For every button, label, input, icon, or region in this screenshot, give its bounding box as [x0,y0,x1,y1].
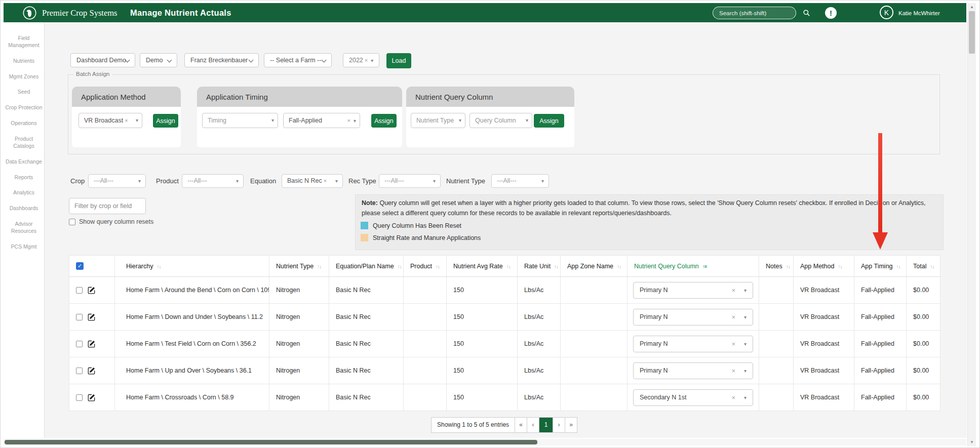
sort-icon[interactable]: ↑↓ [157,264,161,269]
rec-type-filter-select[interactable]: ---All---▾ [379,174,441,188]
field-filter-input[interactable] [69,198,146,214]
assign-timing-button[interactable]: Assign [371,114,397,128]
sidebar-item-data-exchange[interactable]: Data Exchange [4,158,44,166]
select-all-checkbox[interactable]: ✓ [76,262,84,270]
horizontal-scroll-thumb[interactable] [5,440,537,444]
sidebar-item-dashboards[interactable]: Dashboards [4,205,44,212]
farm-select[interactable]: -- Select a Farm -- [264,53,332,67]
nutrient-query-column-select[interactable]: Primary N×▾ [633,282,753,299]
clear-icon[interactable]: × [731,336,735,352]
global-search-input[interactable] [713,7,796,19]
alert-icon[interactable]: ! [825,7,837,19]
row-checkbox[interactable] [76,341,83,347]
column-header-app-zone-name[interactable]: App Zone Name↑↓ [561,256,628,277]
user-avatar[interactable]: K [880,6,893,19]
vertical-scroll-thumb[interactable] [969,11,975,54]
org-select[interactable]: Demo [140,53,177,67]
user-name[interactable]: Katie McWhirter [898,10,940,16]
sidebar-item-nutrients[interactable]: Nutrients [4,58,44,65]
clear-icon[interactable]: × [347,117,350,124]
row-checkbox[interactable] [76,314,83,320]
column-header-app-method[interactable]: App Method↑↓ [794,256,854,277]
sidebar-item-mgmt-zones[interactable]: Mgmt Zones [4,73,44,80]
edit-row-icon[interactable] [88,366,96,375]
clear-icon[interactable]: × [731,390,735,405]
pagination-next-button[interactable]: › [553,417,565,433]
year-select[interactable]: 2022×▾ [343,53,379,67]
sidebar-item-field-management[interactable]: Field Management [4,35,44,49]
row-checkbox[interactable] [76,287,83,294]
column-header-total[interactable]: Total↑↓ [907,256,940,277]
sort-icon[interactable]: ↑↓ [398,264,402,269]
row-checkbox[interactable] [76,394,83,401]
sidebar-item-crop-protection[interactable]: Crop Protection [4,104,44,111]
sort-icon[interactable]: ↑≡ [702,264,707,269]
sort-icon[interactable]: ↑↓ [896,264,900,269]
nutrient-query-column-select[interactable]: Primary N×▾ [633,362,753,379]
column-header-app-timing[interactable]: App Timing↑↓ [854,256,907,277]
sort-icon[interactable]: ↑↓ [786,264,790,269]
timing-value-select[interactable]: Fall-Applied ×▾ [283,113,360,128]
pagination-page-1[interactable]: 1 [539,417,553,433]
horizontal-scrollbar[interactable] [4,439,966,445]
grower-select[interactable]: Franz Breckenbauer [184,53,259,67]
pagination-prev-button[interactable]: ‹ [527,417,539,433]
sort-icon[interactable]: ↑↓ [930,264,934,269]
column-header-nutrient-query-column[interactable]: Nutrient Query Column↑≡ [628,256,759,277]
nutrient-query-column-select[interactable]: Primary N×▾ [633,336,753,352]
column-header-rate-unit[interactable]: Rate Unit↑↓ [518,256,561,277]
sidebar-item-operations[interactable]: Operations [4,120,44,127]
vertical-scrollbar[interactable]: ▲ ▼ [967,3,976,446]
column-header-equation-plan-name[interactable]: Equation/Plan Name↑↓ [329,256,404,277]
sidebar-item-pcs-mgmt[interactable]: PCS Mgmt [4,243,44,251]
nutrient-type-filter-select[interactable]: ---All---▾ [491,174,549,188]
nutrient-type-select[interactable]: Nutrient Type ▾ [411,113,465,128]
column-header-hierarchy[interactable]: Hierarchy↑↓ [115,256,269,277]
group-select[interactable]: Dashboard Demo [70,53,135,67]
scroll-down-icon[interactable]: ▼ [968,440,976,444]
clear-icon[interactable]: × [324,178,327,184]
sort-icon[interactable]: ↑↓ [506,264,511,269]
nutrient-query-column-select[interactable]: Primary N×▾ [633,309,753,325]
scroll-up-icon[interactable]: ▲ [968,5,976,9]
global-search[interactable] [713,7,796,19]
sidebar-item-seed[interactable]: Seed [4,89,44,96]
row-checkbox[interactable] [76,368,83,374]
brand-name[interactable]: Premier Crop Systems [42,8,117,18]
sort-icon[interactable]: ↑↓ [554,264,558,269]
timing-type-select[interactable]: Timing ▾ [202,113,278,128]
clear-icon[interactable]: × [731,309,735,325]
equation-filter-select[interactable]: Basic N Rec×▾ [282,174,343,188]
application-method-select[interactable]: VR Broadcast× ▾ [79,113,142,128]
sort-icon[interactable]: ↑↓ [617,264,621,269]
nutrient-query-column-select[interactable]: Secondary N 1st×▾ [633,389,753,406]
column-header-notes[interactable]: Notes↑↓ [759,256,794,277]
search-icon[interactable] [803,9,810,19]
sort-icon[interactable]: ↑↓ [838,264,842,269]
edit-row-icon[interactable] [88,313,96,321]
clear-icon[interactable]: × [125,117,128,124]
sort-icon[interactable]: ↑↓ [317,264,321,269]
pagination-first-button[interactable]: « [515,417,527,433]
product-filter-select[interactable]: ---All---▾ [182,174,244,188]
sort-icon[interactable]: ↑↓ [436,264,440,269]
edit-row-icon[interactable] [88,393,96,401]
clear-icon[interactable]: × [731,363,735,379]
show-resets-toggle[interactable]: Show query column resets [69,218,153,225]
query-column-select[interactable]: Query Column ▾ [469,113,532,128]
edit-row-icon[interactable] [88,340,96,348]
clear-icon[interactable]: × [365,57,368,63]
load-button[interactable]: Load [386,53,411,68]
column-header-product[interactable]: Product↑↓ [404,256,447,277]
clear-icon[interactable]: × [731,282,735,298]
sidebar-item-reports[interactable]: Reports [4,174,44,181]
edit-row-icon[interactable] [88,286,96,294]
sidebar-item-product-catalogs[interactable]: Product Catalogs [4,136,44,150]
crop-filter-select[interactable]: ---All---▾ [88,174,146,188]
assign-method-button[interactable]: Assign [153,114,178,128]
show-resets-checkbox[interactable] [69,219,75,225]
assign-query-button[interactable]: Assign [534,114,564,128]
column-header-nutrient-type[interactable]: Nutrient Type↑↓ [269,256,329,277]
pagination-last-button[interactable]: » [565,417,577,433]
sidebar-item-analytics[interactable]: Analytics [4,189,44,196]
